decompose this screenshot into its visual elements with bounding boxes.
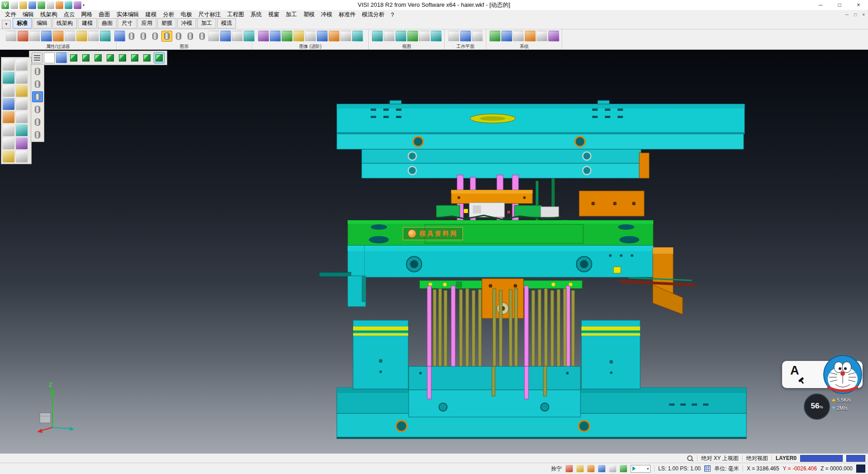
recent-files-icon[interactable] <box>56 1 63 9</box>
tab-mould[interactable]: 塑膜 <box>157 18 176 28</box>
menu-flow-analysis[interactable]: 模流分析 <box>359 10 388 19</box>
print-icon[interactable] <box>74 1 81 9</box>
system-units-icon[interactable] <box>537 31 547 42</box>
workplane-create-icon[interactable] <box>448 31 459 42</box>
measure-distance-icon[interactable] <box>3 72 14 84</box>
search-icon[interactable] <box>687 455 693 462</box>
wireframe-view-icon[interactable] <box>126 31 137 42</box>
view-iso-se-cube-icon[interactable] <box>142 52 152 63</box>
tab-dimension[interactable]: 尺寸 <box>118 18 137 28</box>
paste-attributes-icon[interactable] <box>41 31 52 42</box>
reflection-icon[interactable] <box>317 31 328 42</box>
speed-percent-circle[interactable]: 56 % <box>804 393 830 420</box>
filter-drawings-icon[interactable] <box>32 129 43 140</box>
mirror-element-icon[interactable] <box>16 98 28 110</box>
tab-surface[interactable]: 曲面 <box>98 18 117 28</box>
minimize-button[interactable]: ─ <box>811 0 830 10</box>
rotate-element-icon[interactable] <box>3 98 14 110</box>
tab-edit[interactable]: 编辑 <box>33 18 52 28</box>
monitor-icon[interactable] <box>56 52 67 63</box>
tab-progress[interactable]: 冲模 <box>177 18 196 28</box>
section-view-icon[interactable] <box>197 31 208 42</box>
menu-machining[interactable]: 加工 <box>283 10 300 19</box>
zoom-window-icon[interactable] <box>384 31 395 42</box>
hidden-line-view-icon[interactable] <box>138 31 149 42</box>
shaded-edges-view-icon[interactable] <box>173 31 184 42</box>
menu-standard-parts[interactable]: 标准件 <box>335 10 359 19</box>
edit-geometry-icon[interactable] <box>16 72 28 84</box>
view-front-cube-icon[interactable] <box>80 52 91 63</box>
redraw-icon[interactable] <box>114 31 125 42</box>
view-top-cube-icon[interactable] <box>68 52 79 63</box>
tab-standard[interactable]: 标准 <box>13 18 32 28</box>
copy-attributes-icon[interactable] <box>29 31 40 42</box>
view-list-icon[interactable] <box>431 31 442 42</box>
menu-window[interactable]: 视窗 <box>265 10 283 19</box>
view-mode-indicator[interactable]: 绝对 XY 上视图 <box>701 455 738 462</box>
absolute-view-indicator[interactable]: 绝对视图 <box>746 455 768 462</box>
paint-attributes-icon[interactable] <box>3 111 14 123</box>
mdi-minimize-button[interactable]: ─ <box>844 12 850 17</box>
viewport-canvas[interactable]: Z 模具资料网 A 56 % 5. <box>0 50 868 453</box>
menu-help[interactable]: ? <box>388 11 397 19</box>
close-button[interactable]: × <box>849 0 868 10</box>
render-settings-icon[interactable] <box>244 31 255 42</box>
transparency-view-icon[interactable] <box>185 31 196 42</box>
filter-points-icon[interactable] <box>32 66 43 77</box>
clipboard-icon[interactable] <box>16 151 28 162</box>
rotate-view-icon[interactable] <box>419 31 430 42</box>
tab-application[interactable]: 应用 <box>137 18 156 28</box>
printer-icon[interactable] <box>18 31 28 42</box>
new-file-icon[interactable] <box>10 1 18 9</box>
status-help-icon[interactable] <box>598 465 605 472</box>
swap-attributes-icon[interactable] <box>53 31 64 42</box>
filter-type-icon[interactable] <box>88 31 99 42</box>
status-flag-icon[interactable] <box>566 465 573 472</box>
tab-dropdown-icon[interactable]: ▼ <box>2 20 11 28</box>
menu-mould[interactable]: 塑模 <box>300 10 318 19</box>
material-icon[interactable] <box>282 31 292 42</box>
mdi-restore-button[interactable]: □ <box>853 12 858 17</box>
view-dynamic-cube-icon[interactable] <box>154 52 165 63</box>
tab-wireframe[interactable]: 线架构 <box>52 18 77 28</box>
quick-access-dropdown-icon[interactable]: ▾ <box>83 3 85 7</box>
light-source-icon[interactable] <box>293 31 304 42</box>
shaded-view-icon[interactable] <box>161 31 172 42</box>
zoom-previous-icon[interactable] <box>396 31 406 42</box>
texture-icon[interactable] <box>270 31 281 42</box>
zoom-select-icon[interactable] <box>3 59 14 71</box>
pan-view-icon[interactable] <box>407 31 418 42</box>
shadow-icon[interactable] <box>305 31 316 42</box>
view-right-cube-icon[interactable] <box>93 52 104 63</box>
selection-mode-dropdown[interactable]: ▾ <box>631 465 651 473</box>
move-element-icon[interactable] <box>3 85 14 97</box>
mdi-close-button[interactable]: × <box>861 12 866 17</box>
sketch-icon[interactable] <box>16 85 28 97</box>
filter-meshes-icon[interactable] <box>32 117 43 128</box>
view-back-cube-icon[interactable] <box>105 52 116 63</box>
layer-manager-icon[interactable] <box>16 111 28 123</box>
workplane-color-swatch[interactable] <box>856 465 865 473</box>
delete-element-icon[interactable] <box>16 59 28 71</box>
multi-view-icon[interactable] <box>220 31 231 42</box>
status-info-icon[interactable] <box>609 465 616 472</box>
ghost-view-icon[interactable] <box>232 31 243 42</box>
filter-settings-icon[interactable] <box>100 31 111 42</box>
text-annotation-icon[interactable] <box>3 137 14 149</box>
dynamic-hidden-view-icon[interactable] <box>150 31 160 42</box>
view-iso-ne-cube-icon[interactable] <box>117 52 128 63</box>
save-file-icon[interactable] <box>28 1 36 9</box>
grid-icon[interactable] <box>704 465 711 472</box>
filter-layer-icon[interactable] <box>65 31 75 42</box>
point-snap-icon[interactable] <box>16 124 28 136</box>
tab-flow[interactable]: 模流 <box>217 18 236 28</box>
workplane-align-icon[interactable] <box>460 31 471 42</box>
status-folder-icon[interactable] <box>587 465 594 472</box>
settings-icon[interactable] <box>65 1 72 9</box>
open-file-icon[interactable] <box>19 1 27 9</box>
system-snap-icon[interactable] <box>525 31 536 42</box>
zoom-fit-icon[interactable] <box>372 31 383 42</box>
tab-modeling[interactable]: 建模 <box>78 18 97 28</box>
doraemon-icon[interactable] <box>822 354 863 395</box>
system-grid-icon[interactable] <box>513 31 524 42</box>
